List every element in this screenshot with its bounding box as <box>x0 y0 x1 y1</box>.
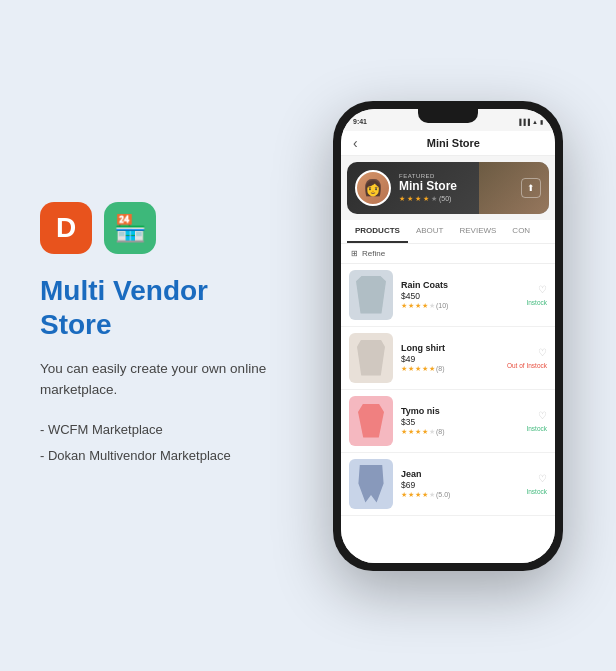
tab-bar: PRODUCTS ABOUT REVIEWS CON <box>341 220 555 244</box>
product-stars-longshirt: ★ ★ ★ ★ ★ (8) <box>401 365 499 373</box>
phone-screen: 9:41 ▐▐▐ ▲ ▮ ‹ Mini Store 👩 <box>341 109 555 563</box>
status-icons: ▐▐▐ ▲ ▮ <box>517 118 543 125</box>
star-3: ★ <box>415 195 421 203</box>
product-name-jean: Jean <box>401 469 518 479</box>
phone-device: 9:41 ▐▐▐ ▲ ▮ ‹ Mini Store 👩 <box>333 101 563 571</box>
status-bar: 9:41 ▐▐▐ ▲ ▮ <box>341 109 555 131</box>
product-info-longshirt: Long shirt $49 ★ ★ ★ ★ ★ (8) <box>401 343 499 373</box>
tab-about[interactable]: ABOUT <box>408 220 452 243</box>
tab-products[interactable]: PRODUCTS <box>347 220 408 243</box>
battery-icon: ▮ <box>540 118 543 125</box>
page-title: Multi Vendor Store <box>40 274 280 341</box>
logo-store: 🏪 <box>104 202 156 254</box>
status-raincoats: Instock <box>526 299 547 306</box>
star-count: (50) <box>439 195 451 202</box>
star-5: ★ <box>431 195 437 203</box>
tab-reviews[interactable]: REVIEWS <box>451 220 504 243</box>
logo-d: D <box>40 202 92 254</box>
product-price-tymo: $35 <box>401 417 518 427</box>
wishlist-raincoats[interactable]: ♡ <box>538 284 547 295</box>
product-right-jean: ♡ Instock <box>526 473 547 495</box>
status-time: 9:41 <box>353 118 367 125</box>
coat-shape <box>356 276 386 314</box>
banner-info: Featured Mini Store ★ ★ ★ ★ ★ (50) <box>399 173 513 203</box>
title-line1: Multi Vendor <box>40 274 280 308</box>
wifi-icon: ▲ <box>532 119 538 125</box>
product-info-jean: Jean $69 ★ ★ ★ ★ ★ (5.0) <box>401 469 518 499</box>
product-name-longshirt: Long shirt <box>401 343 499 353</box>
features-list: - WCFM Marketplace - Dokan Multivendor M… <box>40 417 280 469</box>
tab-contact[interactable]: CON <box>504 220 538 243</box>
store-avatar: 👩 <box>355 170 391 206</box>
share-button[interactable]: ⬆ <box>521 178 541 198</box>
product-name-raincoats: Rain Coats <box>401 280 518 290</box>
product-image-raincoats <box>349 270 393 320</box>
product-count-jean: (5.0) <box>436 491 450 498</box>
status-jean: Instock <box>526 488 547 495</box>
status-tymo: Instock <box>526 425 547 432</box>
left-panel: D 🏪 Multi Vendor Store You can easily cr… <box>40 202 280 468</box>
main-container: D 🏪 Multi Vendor Store You can easily cr… <box>0 0 616 671</box>
product-count-tymo: (8) <box>436 428 445 435</box>
product-stars-jean: ★ ★ ★ ★ ★ (5.0) <box>401 491 518 499</box>
title-line2: Store <box>40 308 280 342</box>
product-item-jean[interactable]: Jean $69 ★ ★ ★ ★ ★ (5.0) <box>341 453 555 516</box>
notch <box>418 109 478 123</box>
back-button[interactable]: ‹ <box>353 135 358 151</box>
star-1: ★ <box>399 195 405 203</box>
refine-label[interactable]: Refine <box>362 249 385 258</box>
description-text: You can easily create your own online ma… <box>40 358 280 401</box>
feature-item-1: - WCFM Marketplace <box>40 417 280 443</box>
product-item-raincoats[interactable]: Rain Coats $450 ★ ★ ★ ★ ★ (10) <box>341 264 555 327</box>
product-image-jean <box>349 459 393 509</box>
product-image-longshirt <box>349 333 393 383</box>
product-name-tymo: Tymo nis <box>401 406 518 416</box>
product-right-longshirt: ♡ Out of Instock <box>507 347 547 369</box>
product-info-raincoats: Rain Coats $450 ★ ★ ★ ★ ★ (10) <box>401 280 518 310</box>
store-banner: 👩 Featured Mini Store ★ ★ ★ ★ ★ (50) <box>347 162 549 214</box>
star-4: ★ <box>423 195 429 203</box>
product-item-longshirt[interactable]: Long shirt $49 ★ ★ ★ ★ ★ (8) <box>341 327 555 390</box>
wishlist-tymo[interactable]: ♡ <box>538 410 547 421</box>
jeans-shape <box>357 465 385 503</box>
logos-row: D 🏪 <box>40 202 280 254</box>
star-2: ★ <box>407 195 413 203</box>
screen-title: Mini Store <box>364 137 543 149</box>
shirt-shape <box>357 340 385 376</box>
product-info-tymo: Tymo nis $35 ★ ★ ★ ★ ★ (8) <box>401 406 518 436</box>
product-price-jean: $69 <box>401 480 518 490</box>
product-right-tymo: ♡ Instock <box>526 410 547 432</box>
product-right-raincoats: ♡ Instock <box>526 284 547 306</box>
product-item-tymo[interactable]: Tymo nis $35 ★ ★ ★ ★ ★ (8) <box>341 390 555 453</box>
status-longshirt: Out of Instock <box>507 362 547 369</box>
top-shape <box>358 404 384 438</box>
product-list: Rain Coats $450 ★ ★ ★ ★ ★ (10) <box>341 264 555 563</box>
product-stars-tymo: ★ ★ ★ ★ ★ (8) <box>401 428 518 436</box>
feature-item-2: - Dokan Multivendor Marketplace <box>40 443 280 469</box>
refine-bar: ⊞ Refine <box>341 244 555 264</box>
product-count-longshirt: (8) <box>436 365 445 372</box>
screen-header: ‹ Mini Store <box>341 131 555 156</box>
product-count-raincoats: (10) <box>436 302 448 309</box>
wishlist-longshirt[interactable]: ♡ <box>538 347 547 358</box>
product-price-raincoats: $450 <box>401 291 518 301</box>
signal-icon: ▐▐▐ <box>517 119 530 125</box>
refine-icon: ⊞ <box>351 249 358 258</box>
store-stars: ★ ★ ★ ★ ★ (50) <box>399 195 513 203</box>
phone-wrapper: 9:41 ▐▐▐ ▲ ▮ ‹ Mini Store 👩 <box>310 101 586 571</box>
product-image-tymo <box>349 396 393 446</box>
wishlist-jean[interactable]: ♡ <box>538 473 547 484</box>
product-stars-raincoats: ★ ★ ★ ★ ★ (10) <box>401 302 518 310</box>
store-name: Mini Store <box>399 179 513 193</box>
product-price-longshirt: $49 <box>401 354 499 364</box>
